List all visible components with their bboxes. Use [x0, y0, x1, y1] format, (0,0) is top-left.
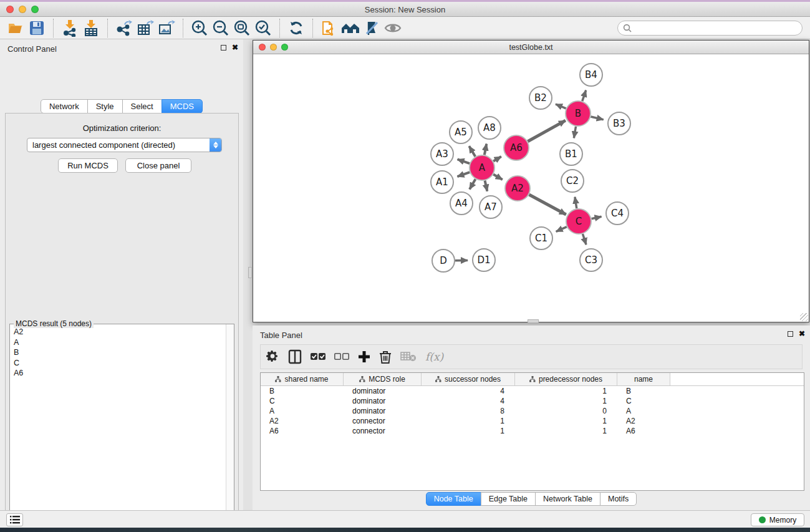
- tab-edge-table[interactable]: Edge Table: [481, 492, 536, 506]
- save-session-icon[interactable]: [26, 19, 47, 37]
- export-image-icon[interactable]: [156, 19, 177, 37]
- create-column-icon[interactable]: [358, 347, 370, 366]
- graph-edge-C-C4[interactable]: [592, 216, 602, 218]
- graph-node-A7[interactable]: A7: [480, 196, 502, 218]
- zoom-in-icon[interactable]: [189, 19, 210, 37]
- table-row[interactable]: Adominator80A: [261, 406, 804, 416]
- close-panel-icon[interactable]: ✖: [799, 331, 805, 337]
- deselect-all-checkboxes-icon[interactable]: [334, 347, 349, 366]
- tab-select[interactable]: Select: [122, 99, 162, 114]
- column-header-predecessor-nodes[interactable]: predecessor nodes: [515, 373, 617, 385]
- run-mcds-button[interactable]: Run MCDS: [58, 158, 118, 173]
- graph-edge-B-B4[interactable]: [582, 90, 586, 101]
- graph-node-C[interactable]: C: [566, 209, 591, 234]
- graph-node-A5[interactable]: A5: [450, 121, 472, 143]
- new-network-from-selection-icon[interactable]: [319, 19, 340, 37]
- task-history-button[interactable]: [6, 513, 23, 526]
- table-row[interactable]: A2connector11A2: [261, 416, 804, 426]
- graph-node-D1[interactable]: D1: [473, 249, 495, 271]
- delete-columns-icon[interactable]: [379, 347, 392, 366]
- graph-edge-A-A3[interactable]: [458, 159, 470, 163]
- refresh-icon[interactable]: [286, 19, 307, 37]
- mcds-result-scrollbar[interactable]: [226, 324, 234, 532]
- import-network-icon[interactable]: [59, 19, 80, 37]
- network-graph-canvas[interactable]: AA1A2A3A4A5A6A7A8BB1B2B3B4CC1C2C3C4DD1: [253, 54, 809, 322]
- mcds-result-list[interactable]: A2ABCA6: [11, 327, 225, 532]
- table-row[interactable]: Bdominator41B: [261, 386, 804, 396]
- criterion-select[interactable]: largest connected component (directed): [27, 138, 222, 152]
- memory-button[interactable]: Memory: [751, 513, 804, 526]
- table-row[interactable]: A6connector11A6: [261, 426, 804, 436]
- table-options-gear-icon[interactable]: [266, 347, 279, 366]
- show-column-icon[interactable]: [288, 347, 302, 366]
- graph-node-A2[interactable]: A2: [505, 176, 530, 201]
- float-panel-icon[interactable]: [788, 331, 793, 337]
- resize-grip-icon[interactable]: [800, 313, 808, 321]
- vertical-splitter-handle[interactable]: [248, 267, 252, 278]
- open-session-icon[interactable]: [5, 19, 26, 37]
- graph-node-B4[interactable]: B4: [580, 64, 602, 86]
- graph-edge-C-C2[interactable]: [575, 197, 577, 209]
- tab-style[interactable]: Style: [87, 99, 123, 114]
- graph-node-B[interactable]: B: [566, 101, 591, 126]
- zoom-fit-icon[interactable]: [231, 19, 253, 37]
- search-input[interactable]: [617, 21, 803, 36]
- graph-edge-A2-C[interactable]: [529, 195, 566, 215]
- tab-network[interactable]: Network: [41, 99, 88, 114]
- mcds-result-item[interactable]: A: [11, 337, 225, 348]
- graph-node-A[interactable]: A: [470, 155, 494, 180]
- graph-node-C3[interactable]: C3: [580, 249, 602, 271]
- graph-node-B2[interactable]: B2: [529, 87, 552, 109]
- column-header-successor-nodes[interactable]: successor nodes: [422, 373, 515, 385]
- graph-node-B3[interactable]: B3: [608, 112, 630, 135]
- graph-edge-B-B2[interactable]: [556, 104, 566, 109]
- graph-edge-A-A6[interactable]: [493, 157, 501, 161]
- graph-node-C2[interactable]: C2: [561, 170, 584, 192]
- select-all-checkboxes-icon[interactable]: [311, 347, 325, 366]
- graph-edge-B-B1[interactable]: [574, 127, 576, 138]
- column-header-name[interactable]: name: [617, 373, 670, 385]
- graph-edge-A-A7[interactable]: [485, 180, 488, 191]
- node-attribute-table[interactable]: shared nameMCDS rolesuccessor nodesprede…: [260, 372, 804, 491]
- import-table-icon[interactable]: [80, 19, 102, 37]
- export-network-icon[interactable]: [113, 19, 135, 37]
- hide-graphics-details-icon[interactable]: [361, 19, 382, 37]
- graph-node-C1[interactable]: C1: [530, 227, 552, 249]
- tab-network-table[interactable]: Network Table: [535, 492, 600, 506]
- zoom-selected-icon[interactable]: [253, 19, 274, 37]
- close-panel-button[interactable]: Close panel: [125, 158, 191, 173]
- graph-edge-A-A5[interactable]: [469, 146, 475, 157]
- search-field[interactable]: [632, 24, 797, 32]
- graph-node-A8[interactable]: A8: [478, 117, 501, 139]
- network-window-titlebar[interactable]: testGlobe.txt: [253, 41, 809, 54]
- graph-edge-C-C1[interactable]: [556, 227, 567, 232]
- zoom-out-icon[interactable]: [210, 19, 231, 37]
- graph-node-A1[interactable]: A1: [431, 171, 453, 193]
- tab-mcds[interactable]: MCDS: [162, 99, 203, 114]
- graph-edge-A-A8[interactable]: [485, 144, 486, 155]
- mcds-result-item[interactable]: B: [11, 347, 225, 358]
- mcds-result-item[interactable]: C: [11, 358, 225, 369]
- mcds-result-item[interactable]: A6: [11, 368, 225, 379]
- table-row[interactable]: Cdominator41C: [261, 396, 804, 406]
- first-neighbors-icon[interactable]: [340, 19, 361, 37]
- graph-edge-B-B3[interactable]: [591, 117, 603, 120]
- export-table-icon[interactable]: [135, 19, 156, 37]
- graph-node-B1[interactable]: B1: [560, 143, 582, 165]
- graph-edge-A6-B[interactable]: [528, 120, 566, 142]
- graph-node-D[interactable]: D: [432, 249, 455, 272]
- show-graphics-details-icon[interactable]: [382, 19, 403, 37]
- horizontal-splitter-handle[interactable]: [528, 319, 539, 323]
- tab-node-table[interactable]: Node Table: [426, 492, 481, 506]
- tab-motifs[interactable]: Motifs: [600, 492, 637, 506]
- graph-edge-A-A1[interactable]: [457, 172, 470, 177]
- column-header-shared-name[interactable]: shared name: [261, 373, 344, 385]
- graph-edge-C-C3[interactable]: [582, 234, 586, 244]
- graph-node-C4[interactable]: C4: [606, 202, 629, 225]
- column-header-MCDS-role[interactable]: MCDS role: [344, 373, 422, 385]
- graph-edge-A-A2[interactable]: [493, 175, 503, 180]
- mcds-result-item[interactable]: A2: [11, 327, 225, 337]
- graph-node-A4[interactable]: A4: [450, 192, 473, 215]
- close-panel-icon[interactable]: ✖: [232, 44, 238, 51]
- graph-node-A6[interactable]: A6: [504, 135, 529, 160]
